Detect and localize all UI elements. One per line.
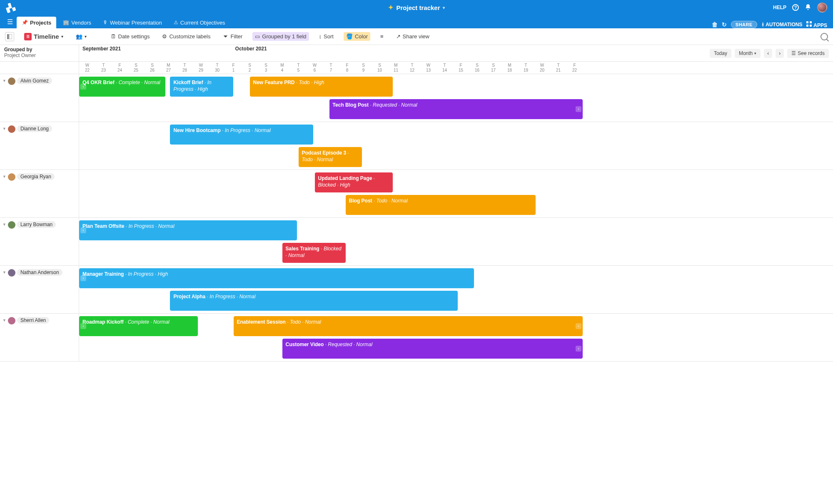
day-column-header: T14 xyxy=(436,62,453,73)
day-column-header: T12 xyxy=(404,62,420,73)
chevron-down-icon: ▾ xyxy=(61,34,63,39)
day-column-header: S25 xyxy=(128,62,144,73)
see-records-button[interactable]: ☰ See records xyxy=(787,49,829,58)
day-column-header: S26 xyxy=(144,62,160,73)
day-header-row: W22T23F24S25S26M27T28W29T30F1S2S3M4T5W6T… xyxy=(0,62,833,74)
scale-picker[interactable]: Month ▾ xyxy=(735,49,761,58)
share-view-button[interactable]: ↗Share view xyxy=(394,32,432,41)
table-tab-label: Projects xyxy=(30,20,51,26)
day-column-header: S10 xyxy=(372,62,388,73)
timeline-header-row: Grouped by Project Owner September 2021O… xyxy=(0,45,833,62)
day-column-header: S2 xyxy=(242,62,258,73)
collaborators-button[interactable]: 👥 ▾ xyxy=(73,32,89,41)
timeline-view-icon: ≣ xyxy=(24,33,32,40)
day-column-header: T7 xyxy=(323,62,339,73)
day-column-header: T19 xyxy=(518,62,534,73)
date-settings-button[interactable]: 🗓Date settings xyxy=(108,32,152,41)
trash-icon[interactable]: 🗑 xyxy=(712,21,718,28)
day-column-header: T23 xyxy=(95,62,112,73)
calendar-icon: 🗓 xyxy=(111,33,116,40)
day-column-header: S3 xyxy=(258,62,274,73)
help-icon[interactable]: ? xyxy=(792,4,799,11)
base-title-text: Project tracker xyxy=(396,4,440,11)
row-height-button[interactable]: ≡ xyxy=(378,32,386,41)
day-column-header: M4 xyxy=(274,62,290,73)
hamburger-menu-icon[interactable]: ☰ xyxy=(3,15,17,28)
app-topbar: ✦ Project tracker ▾ HELP ? xyxy=(0,0,833,15)
day-column-header: W22 xyxy=(79,62,95,73)
paint-icon: 🪣 xyxy=(346,33,353,40)
day-column-header: F1 xyxy=(225,62,242,73)
history-icon[interactable]: ↻ xyxy=(722,21,727,28)
month-label: October 2021 xyxy=(235,46,267,52)
warning-icon: ⚠ xyxy=(174,20,178,25)
table-tab-label: Vendors xyxy=(71,20,91,26)
day-column-header: W6 xyxy=(307,62,323,73)
group-header-field: Project Owner xyxy=(4,52,75,58)
day-column-header: W29 xyxy=(193,62,209,73)
svg-rect-0 xyxy=(7,34,9,39)
day-column-header: F8 xyxy=(339,62,355,73)
group-button[interactable]: ▭Grouped by 1 field xyxy=(252,32,309,41)
share-icon: ↗ xyxy=(396,33,401,40)
sort-button[interactable]: ↕Sort xyxy=(317,32,336,41)
filter-button[interactable]: ⏷Filter xyxy=(220,32,245,41)
group-header-label: Grouped by xyxy=(4,47,75,52)
day-column-header: F15 xyxy=(453,62,469,73)
row-height-icon: ≡ xyxy=(380,33,384,40)
day-column-header: F22 xyxy=(566,62,583,73)
svg-rect-1 xyxy=(9,34,12,39)
day-column-header: S17 xyxy=(485,62,501,73)
day-column-header: W13 xyxy=(420,62,436,73)
day-column-header: T28 xyxy=(177,62,193,73)
day-column-header: M11 xyxy=(388,62,404,73)
day-column-header: T30 xyxy=(209,62,225,73)
month-label: September 2021 xyxy=(82,46,121,52)
search-icon[interactable] xyxy=(821,33,828,40)
gear-icon: ⚙ xyxy=(162,33,167,40)
vendors-icon: 🏢 xyxy=(63,20,69,25)
chevron-down-icon: ▾ xyxy=(85,34,87,39)
chevron-down-icon: ▾ xyxy=(443,5,445,10)
chevron-left-icon: ‹ xyxy=(767,50,769,56)
share-button[interactable]: SHARE xyxy=(731,21,757,28)
day-column-header: M27 xyxy=(160,62,177,73)
webinar-icon: 🎙 xyxy=(103,20,108,25)
help-link[interactable]: HELP xyxy=(773,5,786,10)
apps-grid-icon xyxy=(806,21,812,27)
view-toolbar: ≣ Timeline ▾ 👥 ▾ 🗓Date settings ⚙Customi… xyxy=(0,28,833,45)
day-column-header: F24 xyxy=(112,62,128,73)
list-icon: ☰ xyxy=(791,50,796,56)
app-logo-icon[interactable] xyxy=(5,2,16,13)
day-column-header: T21 xyxy=(550,62,566,73)
today-button[interactable]: Today xyxy=(710,49,731,58)
table-tab[interactable]: 🎙Webinar Presentation xyxy=(98,17,167,28)
table-tab-label: Webinar Presentation xyxy=(110,20,162,26)
group-header: Grouped by Project Owner xyxy=(0,45,79,61)
prev-button[interactable]: ‹ xyxy=(764,49,772,58)
table-tab[interactable]: 🏢Vendors xyxy=(58,17,96,28)
day-column-header: S9 xyxy=(355,62,372,73)
chevron-down-icon: ▾ xyxy=(754,51,756,55)
table-tab-label: Current Objectives xyxy=(180,20,225,26)
filter-icon: ⏷ xyxy=(223,33,228,40)
table-tab[interactable]: ⚠Current Objectives xyxy=(169,17,230,28)
color-button[interactable]: 🪣Color xyxy=(344,32,370,41)
notifications-icon[interactable] xyxy=(805,4,811,12)
view-picker[interactable]: ≣ Timeline ▾ xyxy=(22,32,66,42)
sparkle-icon: ✦ xyxy=(388,4,394,11)
day-column-header: M18 xyxy=(501,62,518,73)
views-sidebar-toggle[interactable] xyxy=(5,32,14,41)
table-tabs-row: ☰ 📌Projects🏢Vendors🎙Webinar Presentation… xyxy=(0,15,833,28)
automations-link[interactable]: ᚼ AUTOMATIONS xyxy=(761,22,803,27)
day-column-header: S16 xyxy=(469,62,485,73)
pushpin-icon: 📌 xyxy=(22,20,28,25)
user-avatar[interactable] xyxy=(817,2,827,12)
table-tab[interactable]: 📌Projects xyxy=(17,17,56,28)
next-button[interactable]: › xyxy=(776,49,784,58)
chevron-right-icon: › xyxy=(779,50,781,56)
base-title[interactable]: ✦ Project tracker ▾ xyxy=(388,4,444,11)
day-column-header: T5 xyxy=(290,62,307,73)
apps-link[interactable]: APPS xyxy=(806,21,827,28)
customize-labels-button[interactable]: ⚙Customize labels xyxy=(160,32,213,41)
